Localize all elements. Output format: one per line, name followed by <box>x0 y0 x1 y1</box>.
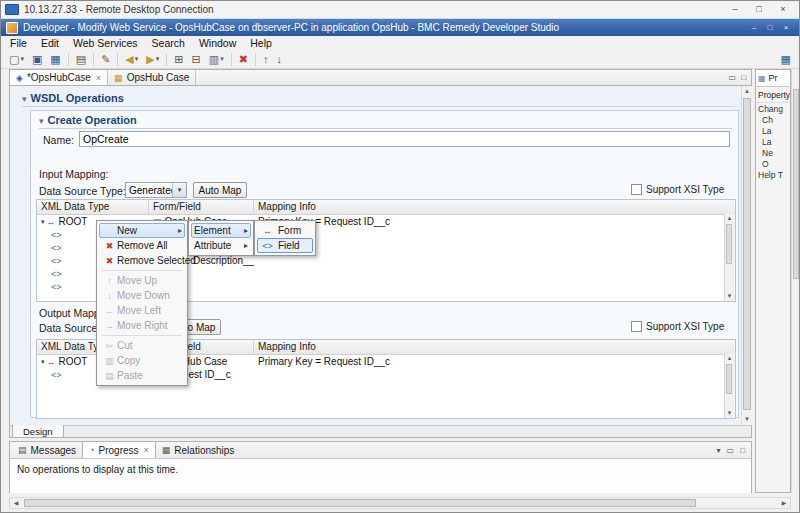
menu-help[interactable]: Help <box>243 36 279 50</box>
scroll-down-icon[interactable]: ▼ <box>725 409 734 418</box>
wsdl-operations-section-header[interactable]: ▾WSDL Operations <box>22 92 124 104</box>
rdp-restore-button[interactable]: □ <box>747 1 771 18</box>
scrollbar-thumb[interactable] <box>726 224 732 264</box>
property-row[interactable]: Ne <box>756 147 790 158</box>
chevron-down-icon: ▾ <box>135 55 139 63</box>
scrollbar-thumb[interactable] <box>793 89 799 279</box>
xml-element-icon: <> <box>51 370 62 380</box>
menu-item-paste[interactable]: ▤Paste <box>99 368 185 383</box>
form-view-button[interactable]: ▥▾ <box>205 50 228 69</box>
scroll-up-icon[interactable]: ▲ <box>725 354 734 363</box>
messages-icon: ▤ <box>18 445 27 455</box>
collapse-all-button[interactable]: ⊟ <box>188 50 205 69</box>
scroll-left-icon[interactable]: ◀ <box>10 498 22 508</box>
format-button[interactable]: ✎ <box>97 50 114 69</box>
menu-item-move-down[interactable]: ↓Move Down <box>99 288 185 303</box>
print-button[interactable]: ▤ <box>72 50 90 69</box>
tab-opshub-case-form[interactable]: ▦ OpsHub Case <box>108 70 196 85</box>
window-horizontal-scrollbar[interactable]: ◀ ▶ <box>9 497 791 509</box>
move-down-button[interactable]: ↓ <box>272 50 286 69</box>
property-row[interactable]: La <box>756 125 790 136</box>
submenu-arrow-icon: ▸ <box>178 226 182 235</box>
window-vertical-scrollbar[interactable] <box>791 69 800 493</box>
column-header-form-field[interactable]: Form/Field <box>149 200 254 214</box>
input-auto-map-button[interactable]: Auto Map <box>193 182 247 198</box>
right-arrow-icon: → <box>102 321 117 331</box>
scrollbar-thumb[interactable] <box>743 98 751 410</box>
menu-item-element[interactable]: Element▸ <box>191 223 251 238</box>
tab-properties[interactable]: ▦Pr <box>756 70 790 87</box>
scrollbar-thumb[interactable] <box>726 364 732 394</box>
maximize-view-icon[interactable]: □ <box>740 446 745 455</box>
chevron-down-icon[interactable]: ▾ <box>172 183 186 197</box>
menu-item-remove-selected[interactable]: ✖Remove Selected <box>99 253 185 268</box>
minimize-view-icon[interactable]: ▭ <box>727 446 735 455</box>
menubar: File Edit Web Services Search Window Hel… <box>1 36 799 50</box>
menu-search[interactable]: Search <box>145 36 192 50</box>
expand-all-button[interactable]: ⊞ <box>170 50 187 69</box>
input-data-source-dropdown[interactable]: Generated ▾ <box>125 182 187 198</box>
menu-item-field[interactable]: <>Field <box>257 238 313 253</box>
expander-icon[interactable]: ▾ <box>41 358 45 366</box>
save-button[interactable]: ▣ <box>28 50 46 69</box>
create-operation-section-header[interactable]: ▾Create Operation <box>39 114 137 126</box>
table-scrollbar[interactable]: ▲ ▼ <box>724 354 735 418</box>
expander-icon[interactable]: ▾ <box>41 218 45 226</box>
editor-vertical-scrollbar[interactable]: ▲ ▼ <box>741 86 752 425</box>
maximize-view-icon[interactable]: □ <box>741 73 746 82</box>
menu-item-new[interactable]: New▸ <box>99 223 185 238</box>
delete-button[interactable]: ✖ <box>235 50 252 69</box>
rdp-minimize-button[interactable]: – <box>723 1 747 18</box>
scroll-down-icon[interactable]: ▼ <box>725 292 734 301</box>
app-maximize-button[interactable]: □ <box>762 23 778 32</box>
menu-item-copy[interactable]: ▥Copy <box>99 353 185 368</box>
menu-edit[interactable]: Edit <box>34 36 66 50</box>
tab-progress[interactable]: ◔Progress× <box>82 442 156 458</box>
scrollbar-thumb[interactable] <box>24 499 696 507</box>
tab-relationships[interactable]: ▦Relationships <box>156 442 241 458</box>
menu-item-move-right[interactable]: →Move Right <box>99 318 185 333</box>
column-header-xml-data-type[interactable]: XML Data Type <box>37 200 149 214</box>
scroll-down-icon[interactable]: ▼ <box>742 414 752 425</box>
rdp-close-button[interactable]: × <box>771 1 795 18</box>
design-tab[interactable]: Design <box>12 425 64 438</box>
menu-file[interactable]: File <box>3 36 34 50</box>
property-row[interactable]: O <box>756 158 790 169</box>
scroll-right-icon[interactable]: ▶ <box>778 498 790 508</box>
app-close-button[interactable]: × <box>778 23 794 32</box>
move-up-button[interactable]: ↑ <box>259 50 273 69</box>
save-all-button[interactable]: ▦ <box>46 50 64 69</box>
perspective-button[interactable]: ▦ <box>777 50 795 69</box>
menu-window[interactable]: Window <box>192 36 243 50</box>
column-header-mapping-info[interactable]: Mapping Info <box>254 200 735 214</box>
menu-web-services[interactable]: Web Services <box>66 36 145 50</box>
scroll-up-icon[interactable]: ▲ <box>725 214 734 223</box>
menu-item-move-up[interactable]: ↑Move Up <box>99 273 185 288</box>
menu-item-form[interactable]: ↔Form <box>257 223 313 238</box>
menu-item-attribute[interactable]: Attribute▸ <box>191 238 251 253</box>
table-scrollbar[interactable]: ▲ ▼ <box>724 214 735 301</box>
navigate-back-button[interactable]: ◀▾ <box>121 50 142 69</box>
new-button[interactable]: ▢▾ <box>5 50 28 69</box>
output-support-xsi-checkbox[interactable] <box>631 321 642 332</box>
view-menu-icon[interactable]: ▾ <box>717 446 721 455</box>
minimize-view-icon[interactable]: ▭ <box>729 73 737 82</box>
app-minimize-button[interactable]: – <box>746 23 762 32</box>
properties-panel: ▦Pr Property Chang Ch La La Ne O Help T <box>755 69 791 493</box>
column-header-mapping-info[interactable]: Mapping Info <box>254 340 735 354</box>
tab-opshubcase-webservice[interactable]: ◈ *OpsHubCase × <box>10 70 108 85</box>
close-icon[interactable]: × <box>96 73 101 83</box>
close-icon[interactable]: × <box>144 445 149 455</box>
scroll-up-icon[interactable]: ▲ <box>742 86 752 97</box>
operation-name-input[interactable] <box>79 131 730 147</box>
property-row[interactable]: La <box>756 136 790 147</box>
navigate-forward-button[interactable]: ▶▾ <box>142 50 163 69</box>
tab-messages[interactable]: ▤Messages <box>12 442 82 458</box>
input-support-xsi-checkbox[interactable] <box>631 184 642 195</box>
property-row[interactable]: Chang <box>756 103 790 114</box>
menu-item-move-left[interactable]: ←Move Left <box>99 303 185 318</box>
property-row[interactable]: Help T <box>756 169 790 180</box>
menu-item-remove-all[interactable]: ✖Remove All <box>99 238 185 253</box>
property-row[interactable]: Ch <box>756 114 790 125</box>
menu-item-cut[interactable]: ✂Cut <box>99 338 185 353</box>
